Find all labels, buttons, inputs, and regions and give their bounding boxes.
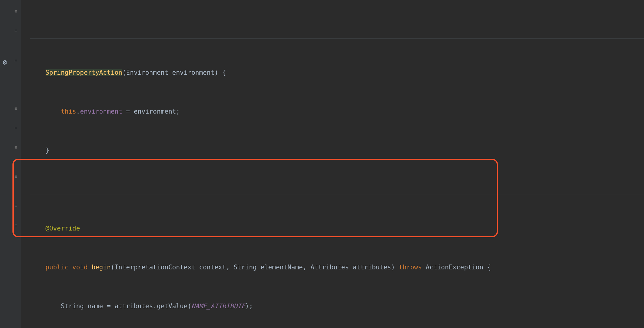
fold-close-icon[interactable]: ⊟	[15, 9, 19, 13]
code-editor: ⊟ ⊟ @ ⊟ ⊟ ⊟ ⊟ ⊟ ⊟ ⊟ SpringPropertyAction…	[0, 0, 644, 328]
code-area[interactable]: SpringPropertyAction(Environment environ…	[21, 0, 644, 328]
method-name: begin	[91, 264, 111, 271]
text: (InterpretationContext context, String e…	[111, 264, 399, 271]
code-line: String name = attributes.getValue(NAME_A…	[30, 301, 644, 311]
code-line: }	[30, 145, 644, 155]
gutter: ⊟ ⊟ @ ⊟ ⊟ ⊟ ⊟ ⊟ ⊟ ⊟	[0, 0, 21, 328]
text: );	[245, 302, 253, 310]
fold-close-icon[interactable]: ⊟	[15, 203, 19, 208]
code-line: this.environment = environment;	[30, 107, 644, 116]
fold-close-icon[interactable]: ⊟	[15, 29, 19, 33]
fold-close-icon[interactable]: ⊟	[15, 223, 19, 227]
field-ref: environment	[80, 108, 122, 115]
code-line: @Override	[30, 224, 644, 233]
code-line: SpringPropertyAction(Environment environ…	[30, 68, 644, 77]
constant: NAME_ATTRIBUTE	[191, 302, 245, 310]
text: String name = attributes.getValue(	[61, 302, 191, 310]
text: ActionException {	[422, 264, 491, 271]
text: .	[76, 108, 80, 115]
fold-close-icon[interactable]: ⊟	[15, 174, 19, 179]
brace: }	[46, 147, 50, 154]
keyword: throws	[399, 264, 422, 271]
keyword: void	[72, 264, 88, 271]
fold-close-icon[interactable]: ⊟	[15, 106, 19, 111]
keyword-this: this	[61, 108, 76, 115]
keyword: public	[46, 264, 69, 271]
text: = environment;	[122, 108, 180, 115]
method-separator	[30, 184, 644, 194]
text: (Environment environment) {	[122, 69, 226, 76]
fold-close-icon[interactable]: ⊟	[15, 145, 19, 149]
constructor-name: SpringPropertyAction	[46, 69, 122, 76]
fold-close-icon[interactable]: ⊟	[15, 126, 19, 130]
method-separator	[30, 32, 644, 39]
code-line: public void begin(InterpretationContext …	[30, 262, 644, 272]
fold-close-icon[interactable]: ⊟	[15, 59, 19, 63]
override-gutter-icon[interactable]: @	[3, 58, 7, 66]
annotation: @Override	[46, 225, 80, 232]
